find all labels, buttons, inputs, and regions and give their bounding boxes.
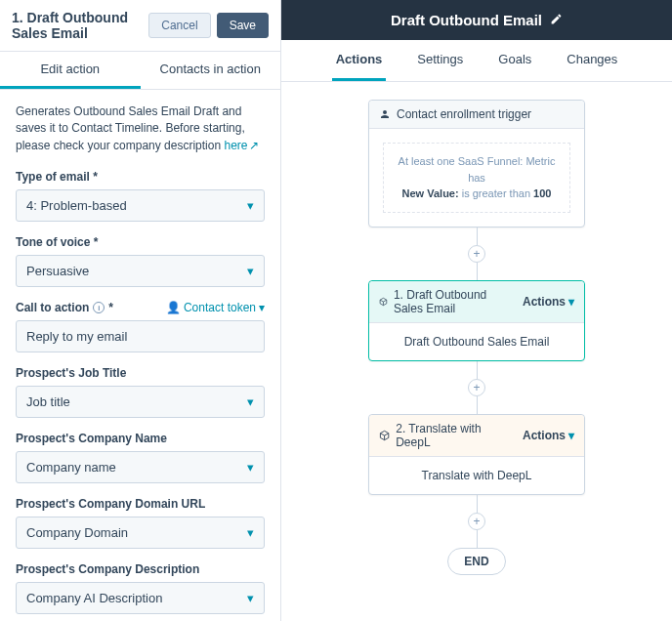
cta-input[interactable] [16, 320, 265, 352]
chevron-down-icon: ▾ [247, 460, 254, 475]
tab-changes[interactable]: Changes [563, 40, 621, 81]
chevron-down-icon: ▾ [247, 591, 254, 605]
required-mark: * [108, 301, 113, 314]
chevron-down-icon: ▾ [247, 394, 254, 409]
trigger-body: At least one SaaS Funnel: Metric has New… [369, 129, 584, 227]
job-title-select[interactable]: Job title ▾ [16, 386, 265, 418]
company-description-label: Prospect's Company Description [16, 562, 265, 576]
add-step-button[interactable]: + [468, 245, 485, 263]
person-icon: 👤 [166, 301, 181, 314]
save-button[interactable]: Save [217, 13, 269, 38]
action-2-body: Translate with DeepL [369, 457, 584, 494]
trigger-line1: At least one SaaS Funnel: Metric has [392, 153, 562, 186]
chevron-down-icon: ▾ [247, 264, 254, 278]
connector [477, 396, 478, 414]
company-name-select[interactable]: Company name ▾ [16, 451, 265, 483]
tab-contacts-in-action[interactable]: Contacts in action [141, 52, 281, 89]
company-name-value: Company name [26, 460, 116, 475]
company-description-select[interactable]: Company AI Description ▾ [16, 582, 265, 614]
connector [477, 228, 478, 245]
workflow-tabs: Actions Settings Goals Changes [281, 40, 672, 82]
action-1-menu[interactable]: Actions▾ [523, 295, 574, 309]
trigger-head: Contact enrollment trigger [369, 101, 584, 129]
left-panel: 1. Draft Outbound Sales Email Cancel Sav… [0, 0, 281, 621]
left-header: 1. Draft Outbound Sales Email Cancel Sav… [0, 0, 280, 52]
trigger-num: 100 [533, 187, 551, 199]
cta-label: Call to action [16, 301, 89, 314]
type-of-email-label: Type of email * [16, 170, 265, 184]
action-1-head: 1. Draft Outbound Sales Email Actions▾ [369, 281, 584, 323]
panel-title: 1. Draft Outbound Sales Email [12, 10, 148, 41]
type-of-email-value: 4: Problem-based [26, 198, 127, 213]
company-domain-select[interactable]: Company Domain ▾ [16, 517, 265, 549]
workflow-header: Draft Outbound Email [281, 0, 672, 40]
pencil-icon[interactable] [550, 12, 563, 28]
add-step-button[interactable]: + [468, 513, 485, 530]
tone-of-voice-value: Persuasive [26, 264, 89, 278]
action-2-menu[interactable]: Actions▾ [523, 429, 574, 442]
info-icon[interactable]: i [93, 302, 105, 313]
action-node-1[interactable]: 1. Draft Outbound Sales Email Actions▾ D… [368, 280, 585, 361]
intro-copy: Generates Outbound Sales Email Draft and… [16, 104, 245, 152]
connector [477, 530, 478, 548]
contact-token-link[interactable]: 👤 Contact token ▾ [166, 301, 265, 314]
add-step-button[interactable]: + [468, 379, 485, 396]
trigger-cond: is greater than [459, 187, 533, 199]
workflow-canvas: Contact enrollment trigger At least one … [281, 82, 672, 621]
action-1-title: 1. Draft Outbound Sales Email [394, 288, 511, 315]
trigger-node[interactable]: Contact enrollment trigger At least one … [368, 100, 585, 228]
chevron-down-icon: ▾ [247, 198, 254, 213]
connector [477, 361, 478, 379]
company-name-label: Prospect's Company Name [16, 432, 265, 445]
connector [477, 263, 478, 280]
type-of-email-select[interactable]: 4: Problem-based ▾ [16, 189, 265, 222]
left-tabs: Edit action Contacts in action [0, 52, 280, 90]
trigger-head-label: Contact enrollment trigger [397, 107, 531, 121]
action-2-head: 2. Translate with DeepL Actions▾ [369, 415, 584, 457]
chevron-down-icon: ▾ [247, 525, 254, 540]
intro-text: Generates Outbound Sales Email Draft and… [16, 104, 265, 154]
action-2-title: 2. Translate with DeepL [396, 422, 511, 449]
tone-of-voice-label: Tone of voice * [16, 235, 265, 249]
action-1-body: Draft Outbound Sales Email [369, 323, 584, 360]
company-description-link[interactable]: here↗ [224, 139, 259, 152]
form-area: Generates Outbound Sales Email Draft and… [0, 90, 280, 621]
trigger-newvalue: New Value: [402, 187, 459, 199]
cube-icon [379, 430, 390, 441]
tab-edit-action[interactable]: Edit action [0, 52, 141, 89]
cancel-button[interactable]: Cancel [148, 13, 210, 38]
company-description-value: Company AI Description [26, 591, 162, 605]
workflow-title: Draft Outbound Email [391, 12, 542, 28]
company-domain-label: Prospect's Company Domain URL [16, 497, 265, 511]
external-link-icon: ↗ [249, 138, 259, 154]
tone-of-voice-select[interactable]: Persuasive ▾ [16, 255, 265, 287]
job-title-label: Prospect's Job Title [16, 366, 265, 380]
action-node-2[interactable]: 2. Translate with DeepL Actions▾ Transla… [368, 414, 585, 495]
tab-goals[interactable]: Goals [494, 40, 535, 81]
tab-settings[interactable]: Settings [413, 40, 467, 81]
connector [477, 495, 478, 513]
company-domain-value: Company Domain [26, 525, 128, 540]
job-title-value: Job title [26, 394, 70, 409]
end-node: END [447, 548, 505, 575]
right-panel: Draft Outbound Email Actions Settings Go… [281, 0, 672, 621]
cube-icon [379, 296, 388, 308]
person-icon [379, 108, 391, 120]
cta-label-row: Call to action i * 👤 Contact token ▾ [16, 301, 265, 314]
trigger-condition: At least one SaaS Funnel: Metric has New… [383, 143, 570, 213]
chevron-down-icon: ▾ [259, 301, 265, 314]
tab-actions[interactable]: Actions [332, 40, 387, 81]
